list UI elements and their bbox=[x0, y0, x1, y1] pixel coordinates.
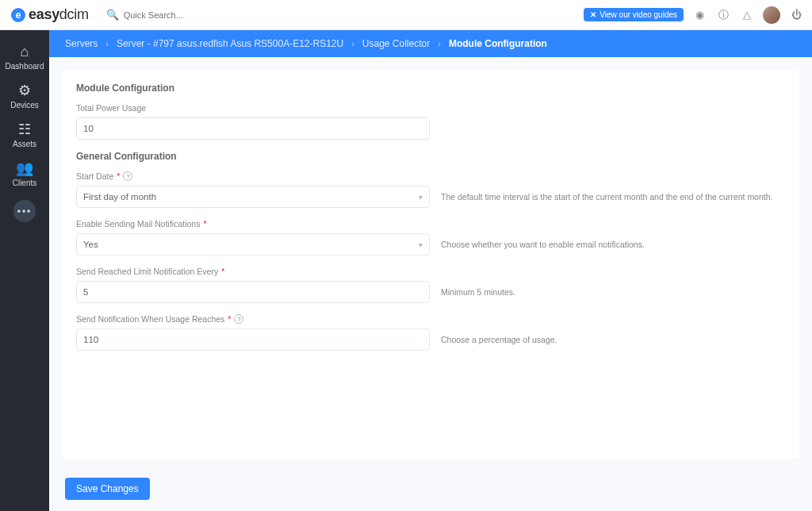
chevron-right-icon: › bbox=[351, 39, 354, 48]
label-total-power: Total Power Usage bbox=[76, 103, 785, 113]
section-general-config: General Configuration bbox=[76, 151, 785, 162]
crumb-module-config: Module Configuration bbox=[449, 38, 547, 49]
close-icon[interactable]: ✕ bbox=[590, 10, 596, 19]
hint-enable-mail: Choose whether you want to enable email … bbox=[441, 240, 785, 249]
crumb-server-detail[interactable]: Server - #797 asus.redfish Asus RS500A-E… bbox=[117, 38, 343, 49]
chevron-down-icon: ▾ bbox=[419, 240, 423, 249]
brand-mark-icon: e bbox=[11, 8, 25, 22]
form-card: Module Configuration Total Power Usage G… bbox=[62, 70, 799, 459]
breadcrumb: Servers › Server - #797 asus.redfish Asu… bbox=[49, 30, 812, 57]
sidebar-item-label: Devices bbox=[10, 101, 39, 110]
info-icon[interactable]: ⓘ bbox=[715, 7, 731, 23]
quick-search[interactable]: 🔍 bbox=[106, 9, 584, 21]
people-icon: 👥 bbox=[16, 161, 33, 175]
alert-icon[interactable]: △ bbox=[739, 7, 755, 23]
gear-icon: ⚙ bbox=[18, 83, 31, 98]
enable-mail-value: Yes bbox=[83, 240, 98, 249]
main: Servers › Server - #797 asus.redfish Asu… bbox=[49, 30, 812, 511]
sidebar-item-label: Dashboard bbox=[6, 62, 44, 71]
hint-start-date: The default time interval is the start o… bbox=[441, 192, 785, 202]
required-mark: * bbox=[221, 267, 224, 276]
save-button[interactable]: Save Changes bbox=[65, 478, 150, 500]
send-every-input[interactable] bbox=[76, 281, 430, 303]
help-icon[interactable]: ? bbox=[234, 314, 243, 324]
enable-mail-select[interactable]: Yes ▾ bbox=[76, 233, 430, 256]
promo-label: View our video guides bbox=[599, 10, 677, 19]
start-date-value: First day of month bbox=[83, 192, 156, 202]
required-mark: * bbox=[117, 171, 120, 181]
form-footer: Save Changes bbox=[49, 470, 812, 511]
hint-send-every: Minimum 5 minutes. bbox=[441, 287, 785, 297]
sidebar-item-label: Assets bbox=[13, 140, 36, 148]
sidebar-item-clients[interactable]: 👥 Clients bbox=[0, 155, 49, 194]
label-enable-mail: Enable Sending Mail Notifications * bbox=[76, 219, 785, 229]
home-icon: ⌂ bbox=[21, 44, 29, 59]
crumb-usage-collector[interactable]: Usage Collector bbox=[362, 38, 430, 49]
brand-text-bold: easy bbox=[29, 6, 59, 23]
sidebar-item-devices[interactable]: ⚙ Devices bbox=[0, 77, 49, 116]
sidebar-more[interactable]: ••• bbox=[13, 200, 36, 222]
label-start-date: Start Date * ? bbox=[76, 171, 785, 181]
top-actions: ✕ View our video guides ◉ ⓘ △ ⏻ bbox=[584, 6, 804, 24]
brand-logo[interactable]: e easydcim bbox=[11, 6, 89, 23]
sidebar-item-label: Clients bbox=[13, 179, 37, 187]
section-module-config: Module Configuration bbox=[76, 83, 785, 94]
crumb-servers[interactable]: Servers bbox=[65, 38, 98, 49]
total-power-input[interactable] bbox=[76, 117, 430, 140]
content: Module Configuration Total Power Usage G… bbox=[49, 57, 812, 470]
video-guides-promo[interactable]: ✕ View our video guides bbox=[584, 8, 684, 21]
sidebar: ⌂ Dashboard ⚙ Devices ☷ Assets 👥 Clients… bbox=[0, 30, 49, 511]
help-icon[interactable]: ? bbox=[123, 171, 132, 181]
sidebar-item-assets[interactable]: ☷ Assets bbox=[0, 116, 49, 155]
tree-icon: ☷ bbox=[18, 122, 31, 136]
send-when-input[interactable] bbox=[76, 328, 430, 351]
chevron-right-icon: › bbox=[105, 39, 109, 48]
avatar[interactable] bbox=[763, 6, 780, 24]
chevron-down-icon: ▾ bbox=[419, 193, 423, 202]
search-icon: 🔍 bbox=[106, 9, 119, 21]
sidebar-item-dashboard[interactable]: ⌂ Dashboard bbox=[0, 38, 49, 77]
hint-send-when: Choose a percentage of usage. bbox=[441, 335, 785, 344]
required-mark: * bbox=[203, 219, 206, 229]
start-date-select[interactable]: First day of month ▾ bbox=[76, 186, 430, 208]
label-send-every: Send Reached Limit Notification Every * bbox=[76, 267, 785, 276]
more-icon: ••• bbox=[17, 206, 33, 217]
required-mark: * bbox=[228, 314, 231, 324]
power-icon[interactable]: ⏻ bbox=[788, 7, 804, 23]
chevron-right-icon: › bbox=[438, 39, 441, 48]
play-icon[interactable]: ◉ bbox=[691, 7, 707, 23]
search-input[interactable] bbox=[124, 10, 282, 20]
label-send-when: Send Notification When Usage Reaches * ? bbox=[76, 314, 785, 324]
topbar: e easydcim 🔍 ✕ View our video guides ◉ ⓘ… bbox=[0, 0, 812, 30]
brand-text-thin: dcim bbox=[59, 6, 89, 23]
